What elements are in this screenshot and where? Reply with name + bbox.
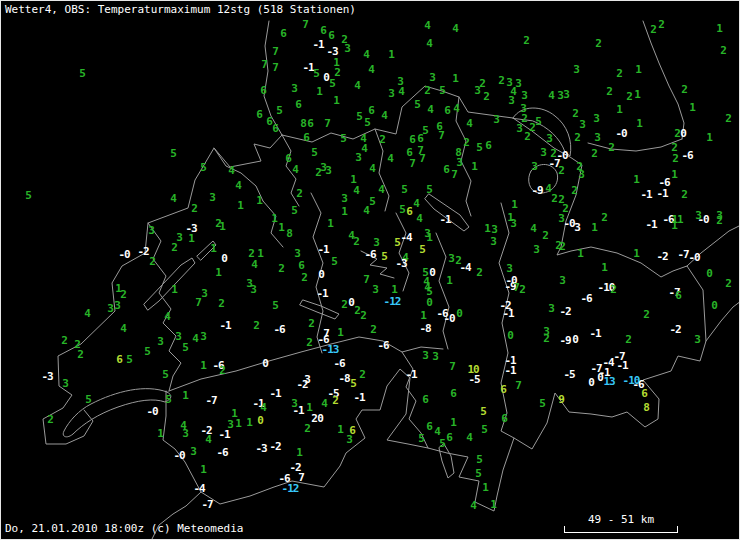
station-value: 1	[327, 218, 333, 229]
station-value: 3	[546, 133, 552, 144]
station-value: -1	[269, 388, 280, 399]
station-value: -4	[400, 232, 411, 243]
station-value: 5	[475, 468, 481, 479]
station-value: 1	[296, 447, 302, 458]
station-value: 6	[426, 421, 432, 432]
station-value: 3	[107, 303, 113, 314]
station-value: 5	[126, 354, 132, 365]
station-value: 2	[191, 203, 197, 214]
station-value: 7	[449, 361, 455, 372]
station-value: 5	[399, 204, 405, 215]
station-value: -1	[317, 244, 328, 255]
station-value: 2	[626, 91, 632, 102]
station-value: 1	[210, 243, 216, 254]
station-value: 5	[539, 398, 545, 409]
station-value: 4	[466, 118, 472, 129]
station-value: 2	[576, 161, 582, 172]
station-value: 7	[515, 380, 521, 391]
station-value: -6	[580, 293, 591, 304]
station-value: 2	[650, 24, 656, 35]
station-value: 6	[641, 388, 647, 399]
station-value: 3	[114, 300, 120, 311]
station-value: 4	[530, 223, 536, 234]
station-value: 2	[483, 91, 489, 102]
station-value: 2	[658, 19, 664, 30]
station-value: 5	[439, 85, 445, 96]
station-value: 1	[490, 499, 496, 510]
station-value: 6	[303, 132, 309, 143]
station-value: 2	[591, 148, 597, 159]
station-value: 2	[606, 86, 612, 97]
station-value: 4	[170, 193, 176, 204]
station-value: 0	[588, 377, 594, 388]
station-value: 3	[355, 152, 361, 163]
station-value: 0	[426, 297, 432, 308]
station-value: 2	[672, 153, 678, 164]
station-value: 2	[616, 68, 622, 79]
station-value: 6	[444, 105, 450, 116]
station-value: 5	[419, 244, 425, 255]
station-value: 5	[394, 237, 400, 248]
station-value: 6	[307, 118, 313, 129]
station-value: -2	[559, 306, 570, 317]
station-value: -9	[559, 335, 570, 346]
station-value: 3	[429, 72, 435, 83]
station-value: 4	[381, 110, 387, 121]
station-value: 2	[253, 320, 259, 331]
station-value: 1	[716, 23, 722, 34]
station-value: 0	[323, 72, 329, 83]
station-value: -4	[193, 483, 204, 494]
station-value: -6	[273, 324, 284, 335]
station-value: 6	[298, 260, 304, 271]
station-value: 2	[219, 365, 225, 376]
station-value: -4	[459, 262, 470, 273]
station-value: 5	[85, 394, 91, 405]
station-value: 3	[148, 225, 154, 236]
station-value: 3	[516, 123, 522, 134]
station-value: 0	[262, 358, 268, 369]
station-value: 1	[671, 220, 677, 231]
station-value: -13	[322, 344, 339, 355]
station-value: 3	[521, 90, 527, 101]
station-value: 6	[446, 432, 452, 443]
station-value: -2	[296, 379, 307, 390]
station-value: 4	[368, 64, 374, 75]
station-value: 0	[597, 372, 603, 383]
station-value: 4	[251, 259, 257, 270]
station-value: 3	[388, 88, 394, 99]
station-value: 1	[636, 118, 642, 129]
station-value: 1	[577, 248, 583, 259]
station-value: 0	[680, 128, 686, 139]
station-value: 7	[363, 274, 369, 285]
station-value: 1	[257, 248, 263, 259]
station-value: 1	[341, 206, 347, 217]
station-value: -3	[395, 258, 406, 269]
station-value: 9	[558, 394, 564, 405]
station-value: 7	[324, 118, 330, 129]
stations-layer: 7666442212-13-37441222577-11452032154331…	[1, 1, 740, 540]
station-value: 3	[201, 288, 207, 299]
station-value: 5	[401, 184, 407, 195]
station-value: 3	[510, 218, 516, 229]
station-value: 0	[456, 308, 462, 319]
station-value: 7	[272, 62, 278, 73]
station-value: 4	[426, 38, 432, 49]
station-value: 5	[25, 190, 31, 201]
station-value: 6	[417, 133, 423, 144]
station-value: -1	[405, 369, 416, 380]
station-value: 1	[633, 248, 639, 259]
station-value: 3	[574, 222, 580, 233]
station-value: 0	[711, 300, 717, 311]
station-value: 7	[298, 472, 304, 483]
station-value: 2	[311, 413, 317, 424]
station-value: 3	[62, 378, 68, 389]
station-value: 6	[260, 85, 266, 96]
station-value: 3	[579, 119, 585, 130]
station-value: 1	[391, 284, 397, 295]
station-value: 4	[353, 185, 359, 196]
weather-map-window: 7666442212-13-37441222577-11452032154331…	[0, 0, 740, 540]
station-value: 0	[221, 253, 227, 264]
station-value: 3	[593, 113, 599, 124]
station-value: 6	[328, 30, 334, 41]
station-value: -1	[312, 39, 323, 50]
